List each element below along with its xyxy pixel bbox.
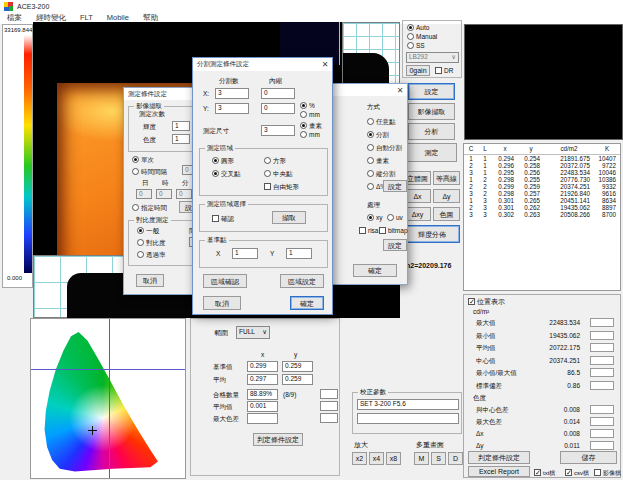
settings-button[interactable]: 設定 xyxy=(408,83,455,100)
base-y-field[interactable]: 1 xyxy=(286,248,312,259)
radio-interval[interactable]: 時間間隔 xyxy=(132,168,167,176)
zero-gain-button[interactable]: 0gain xyxy=(406,65,430,76)
y-inset-field[interactable]: 0 xyxy=(261,103,295,114)
image-file-checkbox[interactable]: 影像檔 xyxy=(594,469,621,476)
measurement-table-panel[interactable]: CLxycd/m2K 110.2940.25421891.67510407210… xyxy=(463,143,621,291)
radio-circle[interactable]: 圓形 xyxy=(212,157,234,165)
method-set-button[interactable]: 設定 xyxy=(383,180,407,192)
method-option[interactable]: 縱分割 xyxy=(367,170,396,178)
radio-pixel[interactable]: 畫素 xyxy=(300,122,322,130)
radio-uv[interactable]: uv xyxy=(387,214,403,222)
table-row[interactable]: 320.2980.25721926.8409616 xyxy=(464,190,620,197)
radio-ss[interactable]: SS xyxy=(407,42,425,50)
reference-x-field[interactable]: 0.299 xyxy=(247,361,278,372)
radio-contrast[interactable]: 對比度 xyxy=(137,239,166,247)
radio-transmittance[interactable]: 透過率 xyxy=(137,251,166,259)
zoom-x8-button[interactable]: x8 xyxy=(386,452,401,465)
radio-auto[interactable]: Auto xyxy=(407,24,429,32)
measure-button[interactable]: 測定 xyxy=(406,143,457,162)
multi-d-button[interactable]: D xyxy=(448,452,463,465)
method-option[interactable]: 分割 xyxy=(367,131,389,139)
txt-file-checkbox[interactable]: txt檔 xyxy=(534,469,555,476)
radio-mm-size[interactable]: mm xyxy=(300,131,320,139)
save-button[interactable]: 儲存 xyxy=(560,451,617,464)
zoom-x2-button[interactable]: x2 xyxy=(352,452,367,465)
table-row[interactable]: 230.3010.26219435.0628897 xyxy=(464,204,620,211)
area-confirm-button[interactable]: 區域確認 xyxy=(203,274,247,288)
stat-judge-box xyxy=(590,417,614,426)
delta-x-button[interactable]: Δx xyxy=(404,189,431,203)
csv-file-checkbox[interactable]: csv檔 xyxy=(565,469,589,476)
confirm-checkbox[interactable]: 確認 xyxy=(212,215,234,223)
split-cancel-button[interactable]: 取消 xyxy=(203,296,241,310)
analyze-button[interactable]: 分析 xyxy=(408,123,455,140)
contour-button[interactable]: 等高線 xyxy=(433,171,460,185)
chroma-count-field[interactable]: 1 xyxy=(172,134,190,144)
judge-condition-button[interactable]: 判定條件設定 xyxy=(468,451,530,464)
radio-xy-icon xyxy=(367,214,374,221)
stereo-button[interactable]: 立體圖 xyxy=(404,171,431,185)
table-row[interactable]: 210.2960.25820372.0759722 xyxy=(464,162,620,169)
colormap-button[interactable]: 色圖 xyxy=(433,207,460,221)
image-check-icon xyxy=(594,469,601,476)
luminance-count-field[interactable]: 1 xyxy=(172,121,190,131)
split-ok-button[interactable]: 確定 xyxy=(290,296,324,310)
x-div-field[interactable]: 3 xyxy=(215,88,249,99)
cie-diagram-window[interactable] xyxy=(30,318,186,479)
table-row[interactable]: 330.3020.26320508.2668700 xyxy=(464,211,620,218)
dr-checkbox[interactable]: DR xyxy=(435,67,453,75)
table-row[interactable]: 110.2940.25421891.67510407 xyxy=(464,154,620,162)
radio-normal[interactable]: 一般 xyxy=(137,227,159,235)
risa-checkbox[interactable]: risa xyxy=(359,227,378,235)
radio-manual[interactable]: Manual xyxy=(407,33,437,41)
multi-s-button[interactable]: S xyxy=(431,452,446,465)
method-option[interactable]: 自動分割 xyxy=(367,144,402,152)
excel-report-button[interactable]: Excel Report xyxy=(468,466,530,477)
lens-select[interactable]: LB292 ∨ xyxy=(406,52,459,63)
capture-button[interactable]: 影像擷取 xyxy=(408,103,455,120)
close-icon[interactable]: ✕ xyxy=(393,84,407,96)
base-x-field[interactable]: 1 xyxy=(232,248,258,259)
table-row[interactable]: 120.2980.25520776.73010386 xyxy=(464,176,620,183)
delta-xy-button[interactable]: Δxy xyxy=(404,207,431,221)
position-display-checkbox[interactable]: 位置表示 xyxy=(468,298,505,305)
table-cell: 0.263 xyxy=(518,211,544,218)
table-row[interactable]: 130.3010.26520451.1418634 xyxy=(464,197,620,204)
measure-size-field[interactable]: 3 xyxy=(261,125,295,136)
free-rect-checkbox[interactable]: 自由矩形 xyxy=(264,183,299,191)
bitmap-checkbox[interactable]: bitmap xyxy=(379,227,408,235)
radio-square[interactable]: 方形 xyxy=(264,157,286,165)
menu-item[interactable]: 檔案 xyxy=(0,12,29,24)
delta-y-button[interactable]: Δy xyxy=(433,189,460,203)
y-div-field[interactable]: 3 xyxy=(215,103,249,114)
radio-percent[interactable]: % xyxy=(300,102,315,110)
method-option[interactable]: 任意點 xyxy=(367,118,396,126)
measure-cancel-button[interactable]: 取消 xyxy=(136,274,164,287)
range-select[interactable]: FULL ∨ xyxy=(236,326,270,339)
luminance-dist-button[interactable]: 輝度分佈 xyxy=(404,225,460,243)
x-inset-field[interactable]: 0 xyxy=(261,88,295,99)
radio-cross[interactable]: 交叉點 xyxy=(212,170,241,178)
table-cell: 2 xyxy=(478,190,492,197)
method-ok-button[interactable]: 確定 xyxy=(353,264,397,277)
reference-y-field[interactable]: 0.259 xyxy=(282,361,313,372)
radio-mm-inset[interactable]: mm xyxy=(300,111,320,119)
zoom-x4-button[interactable]: x4 xyxy=(369,452,384,465)
close-icon[interactable]: ✕ xyxy=(318,58,332,71)
judge-condition-button-mid[interactable]: 判定條件設定 xyxy=(253,433,303,446)
method-option[interactable]: 畫素 xyxy=(367,157,389,165)
multi-m-button[interactable]: M xyxy=(414,452,429,465)
secondary-image-view[interactable] xyxy=(464,24,623,140)
radio-auto-icon xyxy=(407,24,414,31)
radio-center-point[interactable]: 中央點 xyxy=(264,170,293,178)
split-dialog-titlebar[interactable]: 分割測定條件設定 xyxy=(193,58,332,71)
area-set-button[interactable]: 區域設定 xyxy=(280,274,324,288)
method-set2-button[interactable]: 設定 xyxy=(383,239,407,251)
table-row[interactable]: 220.2990.25920374.2519332 xyxy=(464,183,620,190)
radio-single[interactable]: 單次 xyxy=(132,156,154,164)
radio-xy[interactable]: xy xyxy=(367,214,383,222)
grab-button[interactable]: 擷取 xyxy=(272,211,306,224)
table-row[interactable]: 310.2950.25622483.53410046 xyxy=(464,169,620,176)
radio-specified-time[interactable]: 指定時間 xyxy=(132,204,167,212)
pass-ratio-text: (8/9) xyxy=(283,392,296,399)
